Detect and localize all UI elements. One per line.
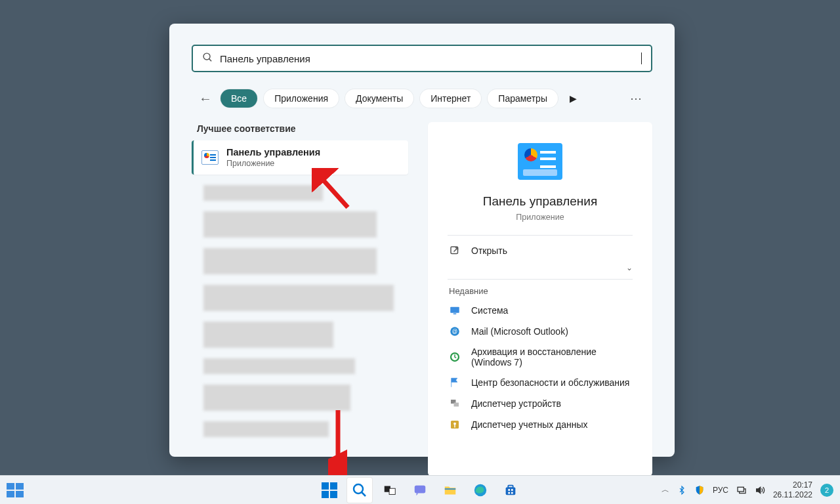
redacted-result	[203, 421, 329, 437]
filter-all[interactable]: Все	[220, 89, 257, 108]
detail-subtitle: Приложение	[448, 213, 633, 222]
chevron-down-icon[interactable]: ⌄	[626, 263, 633, 272]
svg-rect-20	[445, 488, 456, 490]
filter-row: ← Все Приложения Документы Интернет Пара…	[192, 89, 652, 108]
store-button[interactable]	[497, 477, 524, 503]
svg-rect-27	[511, 492, 513, 494]
time-text: 20:17	[773, 480, 812, 490]
back-button[interactable]: ←	[197, 91, 214, 106]
recent-label: Mail (Microsoft Outlook)	[471, 326, 568, 337]
svg-rect-9	[454, 403, 459, 407]
best-match-result[interactable]: Панель управления Приложение	[192, 140, 408, 175]
recent-label: Система	[471, 305, 508, 316]
redacted-result	[203, 358, 355, 374]
svg-text:@: @	[452, 329, 457, 335]
redacted-result	[203, 185, 323, 201]
results-column: Лучшее соответствие Панель управления Пр…	[192, 122, 408, 476]
search-icon	[202, 52, 213, 66]
svg-line-1	[209, 58, 212, 61]
start-search-popup: ← Все Приложения Документы Интернет Пара…	[169, 24, 675, 457]
edge-button[interactable]	[467, 477, 494, 503]
folder-icon	[443, 483, 457, 497]
chat-icon	[413, 483, 427, 497]
flag-icon	[449, 377, 461, 388]
volume-icon[interactable]	[755, 485, 765, 495]
svg-rect-28	[738, 487, 744, 492]
windows-logo-icon	[322, 482, 337, 498]
control-panel-icon-large	[518, 143, 562, 180]
filter-more-icon[interactable]: ▶	[570, 93, 577, 104]
detail-title: Панель управления	[448, 194, 633, 209]
svg-point-11	[453, 423, 456, 425]
network-icon[interactable]	[736, 485, 747, 495]
recent-item-backup[interactable]: Архивация и восстановление (Windows 7)	[448, 342, 633, 372]
svg-rect-4	[453, 314, 457, 315]
svg-rect-26	[508, 492, 510, 494]
svg-rect-24	[508, 489, 510, 491]
text-cursor	[641, 52, 642, 64]
svg-rect-23	[508, 485, 513, 488]
recent-label: Центр безопасности и обслуживания	[471, 377, 629, 388]
date-text: 26.11.2022	[773, 490, 812, 499]
system-tray: ︿ РУС 20:17 26.11.2022 2	[662, 480, 840, 499]
svg-rect-18	[389, 488, 395, 494]
best-match-subtitle: Приложение	[226, 159, 320, 168]
best-match-title: Панель управления	[226, 147, 320, 158]
search-icon	[352, 482, 368, 498]
recent-item-credentials[interactable]: Диспетчер учетных данных	[448, 414, 633, 435]
filter-documents[interactable]: Документы	[345, 89, 413, 108]
svg-rect-12	[454, 425, 455, 428]
recent-item-devices[interactable]: Диспетчер устройств	[448, 393, 633, 414]
search-button[interactable]	[346, 477, 373, 503]
redacted-result	[203, 385, 350, 411]
tray-overflow-icon[interactable]: ︿	[662, 484, 669, 495]
redacted-result	[203, 248, 377, 274]
widgets-button[interactable]	[7, 483, 24, 497]
credentials-icon	[449, 419, 461, 430]
best-match-header: Лучшее соответствие	[197, 123, 408, 134]
search-input[interactable]	[220, 53, 641, 64]
svg-rect-3	[450, 307, 459, 313]
svg-point-15	[354, 484, 363, 494]
redacted-result	[203, 211, 377, 238]
recent-label: Архивация и восстановление (Windows 7)	[471, 346, 631, 368]
taskbar-center	[316, 477, 524, 503]
redacted-result	[203, 285, 394, 311]
recent-item-security[interactable]: Центр безопасности и обслуживания	[448, 372, 633, 393]
edge-icon	[473, 483, 488, 497]
svg-rect-19	[415, 485, 426, 493]
system-icon	[449, 304, 461, 316]
device-manager-icon	[449, 398, 461, 410]
chat-button[interactable]	[407, 477, 433, 503]
explorer-button[interactable]	[437, 477, 463, 503]
svg-rect-25	[511, 489, 513, 491]
search-bar[interactable]	[192, 45, 652, 72]
recent-label: Диспетчер устройств	[471, 398, 561, 409]
control-panel-icon	[201, 150, 219, 165]
task-view-button[interactable]	[377, 477, 403, 503]
filter-apps[interactable]: Приложения	[264, 89, 339, 108]
clock[interactable]: 20:17 26.11.2022	[773, 480, 812, 499]
recent-item-system[interactable]: Система	[448, 300, 633, 321]
detail-panel: Панель управления Приложение Открыть ⌄ Н…	[428, 122, 652, 476]
taskbar: ︿ РУС 20:17 26.11.2022 2	[0, 475, 840, 504]
mail-icon: @	[449, 326, 461, 337]
security-icon[interactable]	[694, 485, 705, 495]
notifications-button[interactable]: 2	[820, 484, 833, 497]
filter-internet[interactable]: Интернет	[420, 89, 481, 108]
store-icon	[503, 483, 518, 497]
open-action[interactable]: Открыть ⌄	[448, 236, 633, 266]
bluetooth-icon[interactable]	[677, 484, 686, 496]
filter-settings[interactable]: Параметры	[488, 89, 558, 108]
open-label: Открыть	[471, 245, 507, 256]
divider	[448, 279, 633, 280]
redacted-result	[203, 322, 333, 348]
task-view-icon	[383, 483, 397, 497]
recent-header: Недавние	[449, 286, 633, 296]
open-icon	[449, 245, 461, 257]
svg-line-16	[362, 492, 366, 496]
recent-item-mail[interactable]: @ Mail (Microsoft Outlook)	[448, 321, 633, 342]
language-indicator[interactable]: РУС	[713, 486, 728, 495]
start-button[interactable]	[316, 477, 343, 503]
options-ellipsis-icon[interactable]: ⋯	[630, 91, 647, 106]
